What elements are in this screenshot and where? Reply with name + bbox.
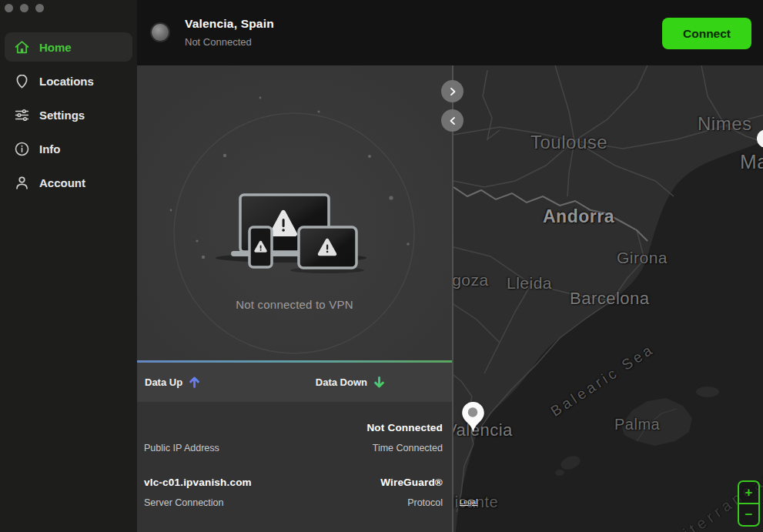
time-connected-cell: Not Connected Time Connected — [366, 422, 443, 453]
data-down-label: Data Down — [316, 376, 367, 388]
minimize-window-button[interactable] — [20, 4, 28, 12]
sidebar-nav: Home Locations Settings — [0, 32, 137, 202]
sidebar-item-home[interactable]: Home — [5, 32, 132, 62]
location-name: Valencia, Spain — [185, 17, 274, 31]
time-connected-value: Not Connected — [366, 422, 443, 434]
home-icon — [14, 39, 30, 55]
map-view[interactable]: Toulouse Nimes Marseille Andorra Girona … — [452, 65, 763, 532]
public-ip-label: Public IP Address — [144, 443, 219, 453]
connection-status-indicator — [152, 24, 169, 41]
zoom-out-button[interactable]: − — [739, 503, 758, 525]
details-row-2: vlc-c01.ipvanish.com Server Connection W… — [144, 477, 443, 508]
server-connection-label: Server Connection — [144, 497, 252, 508]
map-pin-valencia[interactable] — [461, 401, 485, 433]
sidebar-item-label: Locations — [39, 75, 94, 88]
chevron-left-icon — [448, 116, 457, 125]
arrow-up-icon — [188, 376, 201, 389]
sidebar-item-label: Account — [39, 176, 85, 189]
data-up-stat: Data Up — [145, 376, 201, 389]
window-controls — [0, 0, 137, 12]
user-icon — [14, 175, 30, 191]
location-pin-icon — [14, 73, 30, 89]
connection-panel: Not connected to VPN Data Up Data Down — [137, 65, 452, 532]
data-up-label: Data Up — [145, 376, 182, 388]
public-ip-cell: Public IP Address — [144, 422, 219, 453]
protocol-cell: WireGuard® Protocol — [380, 477, 443, 508]
panel-next-button[interactable] — [441, 80, 463, 102]
connection-details: Public IP Address Not Connected Time Con… — [137, 402, 452, 532]
public-ip-value — [144, 422, 219, 434]
chevron-right-icon — [448, 87, 457, 96]
panel-prev-button[interactable] — [441, 109, 463, 132]
sidebar: Home Locations Settings — [0, 0, 137, 532]
server-connection-cell: vlc-c01.ipvanish.com Server Connection — [144, 477, 252, 508]
protocol-value: WireGuard® — [380, 477, 443, 489]
data-stats-bar: Data Up Data Down — [137, 360, 452, 402]
zoom-in-button[interactable]: + — [739, 482, 758, 503]
sidebar-item-label: Info — [39, 142, 61, 156]
sliders-icon — [14, 107, 30, 123]
sidebar-item-account[interactable]: Account — [5, 168, 132, 197]
time-connected-label: Time Connected — [366, 443, 443, 453]
sidebar-item-settings[interactable]: Settings — [5, 100, 132, 129]
sidebar-item-info[interactable]: Info — [5, 134, 132, 163]
data-down-stat: Data Down — [316, 376, 386, 389]
connection-status-text: Not Connected — [185, 36, 274, 48]
devices-warning-illustration — [137, 65, 452, 360]
connect-button[interactable]: Connect — [662, 18, 751, 49]
protocol-label: Protocol — [380, 497, 443, 508]
map-legal-link[interactable]: Legal — [460, 497, 477, 506]
ipvanish-app-window: Home Locations Settings — [0, 0, 763, 532]
header-bar: Valencia, Spain Not Connected Connect — [137, 0, 763, 65]
not-connected-illustration: Not connected to VPN — [137, 65, 452, 360]
sidebar-item-label: Settings — [39, 109, 85, 122]
info-icon — [14, 141, 30, 157]
sidebar-item-locations[interactable]: Locations — [5, 66, 132, 95]
server-connection-value: vlc-c01.ipvanish.com — [144, 477, 252, 489]
selected-location: Valencia, Spain Not Connected — [185, 17, 274, 48]
sidebar-item-label: Home — [39, 41, 72, 54]
details-row-1: Public IP Address Not Connected Time Con… — [144, 422, 443, 453]
arrow-down-icon — [373, 376, 386, 389]
maximize-window-button[interactable] — [35, 4, 44, 12]
map-terrain — [453, 65, 763, 532]
map-zoom-control: + − — [738, 480, 760, 527]
close-window-button[interactable] — [5, 4, 13, 12]
illustration-caption: Not connected to VPN — [137, 298, 452, 311]
